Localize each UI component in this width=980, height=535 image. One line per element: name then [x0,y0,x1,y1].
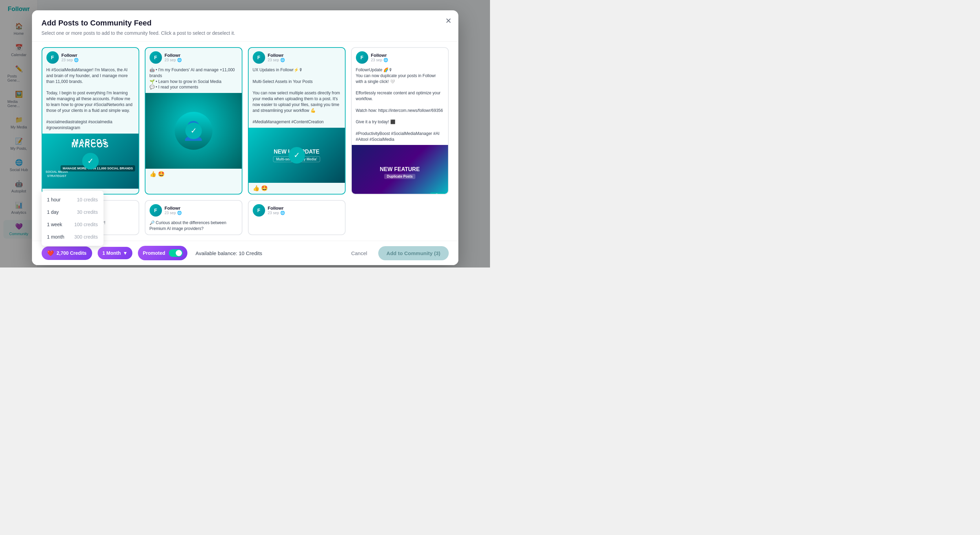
reaction-love-3: 🤩 [261,185,268,192]
post-header-6: F Followr 23 sep 🌐 [145,201,242,219]
promo-1hour-credits: 10 credits [77,197,98,203]
post-image-1: MARCOS SOCIAL MEDIASTRATEGIST MANAGE MOR… [42,134,138,188]
post-meta-2: Followr 23 sep 🌐 [165,53,182,62]
post-meta-4: Followr 23 sep 🌐 [371,53,388,62]
post-text-7 [248,219,345,223]
post-date-6: 23 sep 🌐 [165,211,182,215]
feature-title: NEW FEATURE [380,166,420,172]
month-selector-wrapper: 1 hour 10 credits 1 day 30 credits 1 wee… [41,246,188,260]
available-balance: Available balance: 10 Credits [196,250,262,256]
post-image-3: NEW UX UPDATE Multi-select in 'My Media'… [248,128,345,183]
modal-footer: 1 hour 10 credits 1 day 30 credits 1 wee… [32,241,458,265]
promo-1month-credits: 300 credits [74,234,98,240]
promo-1day[interactable]: 1 day 30 credits [41,206,103,218]
month-label: 1 Month [102,250,121,256]
footer-pills: ❤️ 2,700 Credits 1 Month ▼ Promoted [41,246,188,260]
reactions-3: 👍 🤩 [248,183,345,195]
post-card-2[interactable]: F Followr 23 sep 🌐 🤖 • I'm my Founders' … [145,47,242,195]
post-date-3: 23 sep 🌐 [268,58,285,62]
avatar-1: F [46,51,59,64]
promoted-toggle: Promoted [138,246,187,260]
post-image-2: 👤 ✓ [145,93,242,169]
selected-check-2: ✓ [185,123,202,139]
post-date-4: 23 sep 🌐 [371,58,388,62]
modal-overlay[interactable]: Add Posts to Community Feed Select one o… [0,0,490,267]
promoted-toggle-switch[interactable] [169,249,183,257]
post-text-4: FollowrUpdate 🌈🎙You can now duplicate yo… [352,66,448,145]
month-selector[interactable]: 1 Month ▼ [98,247,133,259]
post-meta-7: Followr 23 sep 🌐 [268,206,285,215]
modal-subtitle: Select one or more posts to add to the c… [41,30,449,36]
post-author-7: Followr [268,206,285,211]
add-to-community-button[interactable]: Add to Community (3) [378,246,449,260]
toggle-knob [176,250,182,256]
post-image-4: NEW FEATURE Duplicate Posts Followr [352,145,448,195]
post-card-4[interactable]: F Followr 23 sep 🌐 FollowrUpdate 🌈🎙You c… [351,47,449,195]
post-header-2: F Followr 23 sep 🌐 [145,48,242,66]
post-text-6: 🔎 Curious about the differences between … [145,219,242,235]
post-header-7: F Followr 23 sep 🌐 [248,201,345,219]
post-meta-1: Followr 23 sep 🌐 [62,53,79,62]
post-author-1: Followr [62,53,79,58]
post-date-7: 23 sep 🌐 [268,211,285,215]
add-posts-modal: Add Posts to Community Feed Select one o… [32,10,458,265]
promotion-tooltip: 1 hour 10 credits 1 day 30 credits 1 wee… [41,191,103,246]
promo-1month-label: 1 month [47,234,65,240]
post-meta-6: Followr 23 sep 🌐 [165,206,182,215]
post-text-2: 🤖 • I'm my Founders' AI and manage +11,0… [145,66,242,93]
promo-1month[interactable]: 1 month 300 credits [41,231,103,243]
post-header-1: F Followr 23 sep 🌐 [42,48,138,66]
post-meta-3: Followr 23 sep 🌐 [268,53,285,62]
post-card-1[interactable]: F Followr 23 sep 🌐 Hi #SocialMediaManage… [41,47,139,195]
promo-1day-credits: 30 credits [77,209,98,215]
reaction-like-3: 👍 [253,185,259,192]
credits-heart-icon: ❤️ [47,250,54,257]
avatar-6: F [150,204,162,217]
avatar-7: F [253,204,265,217]
feature-image: NEW FEATURE Duplicate Posts Followr [352,145,448,195]
reactions-2: 👍 🤩 [145,169,242,181]
post-date-2: 23 sep 🌐 [165,58,182,62]
post-author-6: Followr [165,206,182,211]
post-date-1: 23 sep 🌐 [62,58,79,62]
selected-check-1: ✓ [82,153,99,169]
post-text-3: UX Updates in Followr⚡🎙Multi-Select Asse… [248,66,345,128]
post-header-4: F Followr 23 sep 🌐 [352,48,448,66]
avatar-3: F [253,51,265,64]
promo-1hour-label: 1 hour [47,197,61,203]
post-text-1: Hi #SocialMediaManager! I'm Marcos, the … [42,66,138,134]
close-button[interactable]: ✕ [445,17,452,25]
modal-title: Add Posts to Community Feed [41,19,449,27]
avatar-4: F [356,51,368,64]
post-header-3: F Followr 23 sep 🌐 [248,48,345,66]
chevron-down-icon: ▼ [123,250,127,256]
post-card-6[interactable]: F Followr 23 sep 🌐 🔎 Curious about the d… [145,200,242,235]
promo-1week[interactable]: 1 week 100 credits [41,218,103,231]
avatar-2: F [150,51,162,64]
post-author-4: Followr [371,53,388,58]
selected-check-3: ✓ [288,147,305,163]
post-card-3[interactable]: F Followr 23 sep 🌐 UX Updates in Followr… [248,47,345,195]
promoted-label: Promoted [143,250,165,256]
feature-sub: Duplicate Posts [384,174,415,179]
followr-badge: Followr [430,192,445,195]
promo-1day-label: 1 day [47,209,59,215]
credits-pill: ❤️ 2,700 Credits [41,246,92,260]
modal-header: Add Posts to Community Feed Select one o… [32,10,458,42]
promo-1week-label: 1 week [47,222,62,227]
reaction-like-2: 👍 [150,171,156,177]
credits-amount: 2,700 Credits [57,250,87,256]
promo-1hour[interactable]: 1 hour 10 credits [41,193,103,206]
post-author-3: Followr [268,53,285,58]
cancel-button[interactable]: Cancel [345,247,373,260]
post-author-2: Followr [165,53,182,58]
post-card-7[interactable]: F Followr 23 sep 🌐 [248,200,345,235]
promo-1week-credits: 100 credits [74,222,98,227]
reaction-love-2: 🤩 [158,171,165,177]
